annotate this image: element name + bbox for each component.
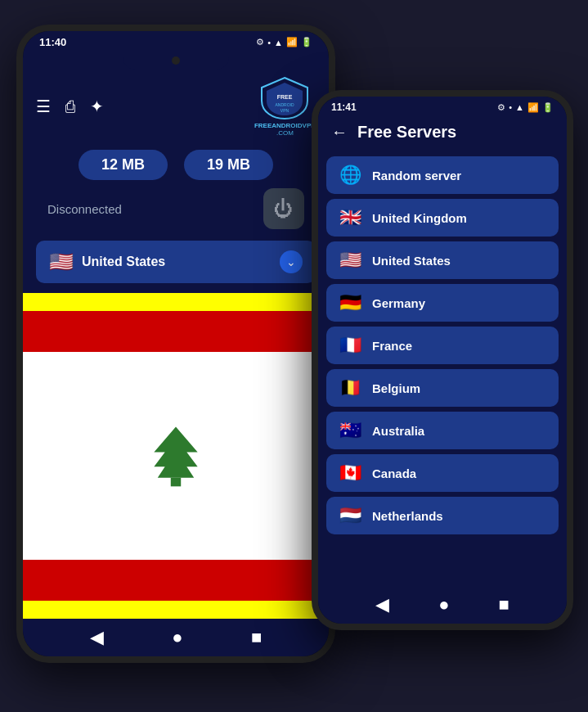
wifi-icon: ▲ bbox=[274, 38, 283, 47]
p2-dot: • bbox=[509, 102, 512, 112]
logo-shield: FREE ANDROID VPN bbox=[260, 76, 309, 120]
server-item[interactable]: 🇦🇺Australia bbox=[326, 412, 559, 449]
server-name-1: United Kingdom bbox=[372, 211, 467, 225]
server-flag-4: 🇫🇷 bbox=[338, 335, 362, 356]
recents-nav-btn[interactable]: ■ bbox=[251, 627, 262, 648]
server-name-5: Belgium bbox=[372, 381, 420, 395]
server-item[interactable]: 🇩🇪Germany bbox=[326, 284, 559, 322]
server-list: 🌐Random server🇬🇧United Kingdom🇺🇸United S… bbox=[318, 151, 567, 586]
country-flag: 🇺🇸 bbox=[49, 250, 74, 273]
svg-rect-4 bbox=[171, 478, 181, 487]
phone2-header: ← Free Servers bbox=[318, 116, 567, 151]
settings-icon: ⚙ bbox=[256, 37, 264, 47]
phone1-status-bar: 11:40 ⚙ • ▲ 📶 🔋 bbox=[23, 31, 329, 52]
server-flag-6: 🇦🇺 bbox=[338, 420, 362, 441]
logo-brand: FREEANDROIDVPN bbox=[254, 122, 316, 129]
server-name-0: Random server bbox=[372, 169, 461, 183]
star-icon[interactable]: ✦ bbox=[90, 97, 104, 116]
leb-red-top bbox=[23, 311, 329, 352]
server-flag-0: 🌐 bbox=[338, 164, 362, 186]
server-flag-2: 🇺🇸 bbox=[338, 250, 362, 271]
notification-dot: • bbox=[267, 38, 271, 47]
server-item[interactable]: 🇧🇪Belgium bbox=[326, 369, 559, 407]
p2-signal-icon: 📶 bbox=[527, 102, 539, 113]
phone1-notch bbox=[123, 52, 229, 70]
p2-wifi-icon: ▲ bbox=[515, 102, 524, 112]
server-item[interactable]: 🇳🇱Netherlands bbox=[326, 497, 559, 534]
server-flag-7: 🇨🇦 bbox=[338, 462, 362, 484]
phone2-status-icons: ⚙ • ▲ 📶 🔋 bbox=[497, 102, 554, 113]
logo-domain: .COM bbox=[276, 129, 294, 137]
leb-white-middle bbox=[23, 352, 329, 560]
server-flag-5: 🇧🇪 bbox=[338, 377, 362, 399]
phone1-bottom-nav: ◀ ● ■ bbox=[23, 619, 329, 656]
country-name: United States bbox=[82, 255, 272, 269]
upload-stat: 19 MB bbox=[184, 150, 273, 180]
country-selector[interactable]: 🇺🇸 United States ⌄ bbox=[36, 241, 316, 283]
p2-battery-icon: 🔋 bbox=[542, 102, 554, 113]
chevron-icon: ⌄ bbox=[286, 255, 296, 268]
leb-yellow-bottom bbox=[23, 601, 329, 619]
power-button[interactable]: ⏻ bbox=[263, 188, 304, 229]
svg-text:FREE: FREE bbox=[277, 94, 293, 100]
phone2-status-bar: 11:41 ⚙ • ▲ 📶 🔋 bbox=[318, 97, 567, 116]
server-flag-1: 🇬🇧 bbox=[338, 207, 362, 228]
flag-display bbox=[23, 293, 329, 619]
menu-icon[interactable]: ☰ bbox=[36, 97, 51, 116]
home-nav-btn[interactable]: ● bbox=[172, 627, 182, 648]
logo-text: FREEANDROIDVPN bbox=[254, 122, 316, 129]
camera-dot bbox=[172, 56, 180, 65]
cedar-svg bbox=[135, 423, 217, 489]
free-servers-title: Free Servers bbox=[357, 123, 456, 142]
p2-settings-icon: ⚙ bbox=[497, 102, 505, 113]
server-flag-3: 🇩🇪 bbox=[338, 292, 362, 313]
share-icon[interactable]: ⎙ bbox=[65, 97, 75, 116]
phone2-bottom-nav: ◀ ● ■ bbox=[318, 586, 567, 624]
back-button[interactable]: ← bbox=[331, 123, 348, 142]
p2-back-nav[interactable]: ◀ bbox=[375, 594, 389, 615]
server-name-2: United States bbox=[372, 254, 451, 268]
phone1-top-bar: ☰ ⎙ ✦ FREE ANDROID VPN FREEANDROIDVPN bbox=[23, 70, 329, 142]
phone1: 11:40 ⚙ • ▲ 📶 🔋 ☰ ⎙ ✦ bbox=[16, 25, 335, 663]
phone2-time: 11:41 bbox=[331, 101, 357, 113]
signal-icon: 📶 bbox=[286, 37, 298, 47]
phone1-toolbar-left: ☰ ⎙ ✦ bbox=[36, 97, 104, 116]
svg-text:VPN: VPN bbox=[281, 108, 290, 113]
server-item[interactable]: 🇬🇧United Kingdom bbox=[326, 199, 559, 237]
server-item[interactable]: 🇨🇦Canada bbox=[326, 454, 559, 492]
logo-area: FREE ANDROID VPN FREEANDROIDVPN .COM bbox=[254, 76, 316, 137]
server-name-7: Canada bbox=[372, 466, 416, 480]
server-item[interactable]: 🌐Random server bbox=[326, 156, 559, 194]
svg-text:ANDROID: ANDROID bbox=[276, 102, 294, 107]
p2-recents-nav[interactable]: ■ bbox=[499, 594, 509, 615]
back-nav-btn[interactable]: ◀ bbox=[90, 627, 104, 648]
leb-yellow-top bbox=[23, 293, 329, 311]
server-name-4: France bbox=[372, 339, 412, 353]
phone2: 11:41 ⚙ • ▲ 📶 🔋 ← Free Servers 🌐Random s… bbox=[312, 90, 573, 630]
stats-row: 12 MB 19 MB bbox=[23, 142, 329, 185]
phone1-status-icons: ⚙ • ▲ 📶 🔋 bbox=[256, 37, 312, 47]
shield-svg: FREE ANDROID VPN bbox=[260, 76, 309, 120]
p2-home-nav[interactable]: ● bbox=[438, 594, 449, 615]
server-name-6: Australia bbox=[372, 424, 424, 438]
phone1-time: 11:40 bbox=[39, 36, 66, 48]
server-item[interactable]: 🇺🇸United States bbox=[326, 241, 559, 279]
connection-row: Disconnected ⏻ bbox=[23, 185, 329, 237]
download-stat: 12 MB bbox=[79, 150, 168, 180]
power-icon: ⏻ bbox=[274, 197, 294, 220]
server-item[interactable]: 🇫🇷France bbox=[326, 327, 559, 364]
server-flag-8: 🇳🇱 bbox=[338, 505, 362, 526]
svg-marker-3 bbox=[154, 426, 197, 477]
server-name-3: Germany bbox=[372, 296, 425, 310]
server-name-8: Netherlands bbox=[372, 509, 443, 523]
dropdown-chevron[interactable]: ⌄ bbox=[280, 250, 303, 273]
connection-status: Disconnected bbox=[47, 202, 122, 216]
leb-red-bottom bbox=[23, 560, 329, 601]
battery-icon: 🔋 bbox=[301, 37, 312, 47]
